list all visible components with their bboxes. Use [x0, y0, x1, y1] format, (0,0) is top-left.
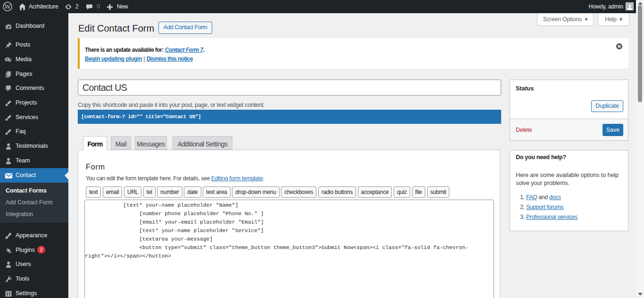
svg-text:W: W — [4, 3, 11, 10]
